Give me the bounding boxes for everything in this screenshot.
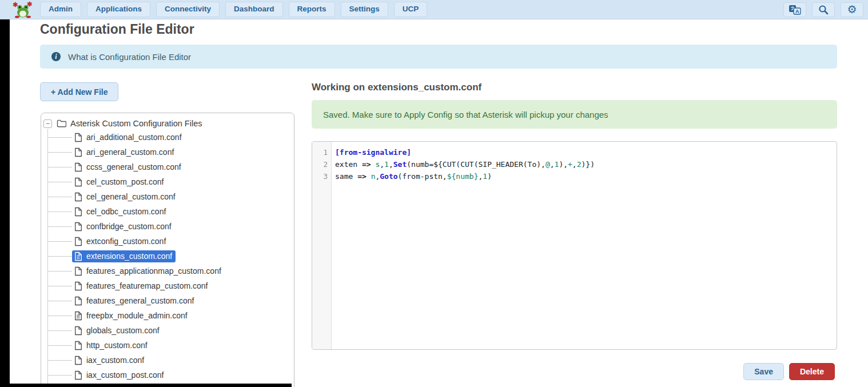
file-icon (74, 341, 82, 350)
tree-file-ccss_general_custom.conf[interactable]: ccss_general_custom.conf (72, 161, 185, 173)
code-token: (numb=${CUT(CUT(SIP_HEADER(To), (407, 160, 546, 169)
tree-item: cel_general_custom.conf (41, 189, 294, 204)
tree-item: iax_custom.conf (41, 353, 294, 368)
file-name: cel_odbc_custom.conf (86, 207, 166, 216)
file-name: extconfig_custom.conf (86, 237, 166, 246)
code-token: same (335, 172, 357, 181)
code-token: , (550, 160, 555, 169)
saved-alert-text: Saved. Make sure to Apply Config so that… (323, 110, 608, 119)
tree-item: freepbx_module_admin.conf (41, 308, 294, 323)
file-icon (74, 177, 82, 187)
tree-file-confbridge_custom.conf[interactable]: confbridge_custom.conf (72, 221, 175, 233)
tree-item: features_applicationmap_custom.conf (41, 264, 294, 278)
file-name: confbridge_custom.conf (86, 222, 172, 231)
code-token: , (572, 160, 577, 169)
code-token: @ (546, 160, 550, 169)
tree-file-cel_odbc_custom.conf[interactable]: cel_odbc_custom.conf (72, 206, 169, 218)
freepbx-logo-icon[interactable]: ✱ ✱ (13, 1, 33, 18)
tree-branch-line (48, 286, 72, 286)
file-name: ccss_general_custom.conf (86, 162, 181, 171)
line-number-gutter: 123 (312, 142, 332, 349)
collapse-icon[interactable]: − (43, 119, 52, 128)
help-banner[interactable]: i What is Configuration File Editor (40, 45, 837, 69)
bottom-black-edge (0, 384, 292, 387)
code-token: 1 (384, 160, 389, 169)
tree-branch-line (48, 345, 72, 346)
tree-file-cel_general_custom.conf[interactable]: cel_general_custom.conf (72, 191, 179, 203)
file-icon (74, 147, 82, 157)
file-tree-panel: − Asterisk Custom Configuration Files ar… (41, 113, 294, 387)
tree-item: globals_custom.conf (41, 323, 294, 338)
language-icon: A (789, 5, 801, 15)
save-button[interactable]: Save (743, 363, 784, 380)
tree-file-cel_custom_post.conf[interactable]: cel_custom_post.conf (72, 176, 167, 188)
tree-file-extensions_custom.conf[interactable]: extensions_custom.conf (72, 250, 176, 262)
delete-button[interactable]: Delete (789, 363, 835, 380)
file-icon (74, 252, 82, 261)
nav-item-dashboard[interactable]: Dashboard (225, 2, 283, 17)
file-name: ari_additional_custom.conf (86, 133, 182, 142)
tree-item: cel_odbc_custom.conf (41, 204, 294, 219)
saved-alert: Saved. Make sure to Apply Config so that… (312, 100, 837, 129)
file-icon (74, 162, 82, 172)
code-text-area[interactable]: [from-signalwire]exten => s,1,Set(numb=$… (332, 142, 837, 349)
file-name: iax_custom.conf (86, 356, 144, 365)
code-editor: 123 [from-signalwire]exten => s,1,Set(nu… (312, 141, 837, 350)
line-number: 1 (312, 146, 328, 158)
file-name: extensions_custom.conf (86, 252, 172, 261)
nav-item-ucp[interactable]: UCP (394, 2, 428, 17)
svg-text:✱: ✱ (13, 1, 18, 8)
tree-item: extensions_custom.conf (41, 249, 294, 264)
file-icon (74, 207, 82, 217)
tree-branch-line (48, 197, 72, 197)
search-button[interactable] (812, 2, 835, 17)
code-line: same => n,Goto(from-pstn,${numb},1) (335, 170, 837, 182)
file-icon (74, 370, 82, 380)
file-name: http_custom.conf (86, 341, 148, 350)
code-token: + (568, 160, 572, 169)
search-icon (818, 5, 829, 15)
file-name: freepbx_module_admin.conf (86, 311, 188, 320)
tree-file-features_featuremap_custom.conf[interactable]: features_featuremap_custom.conf (72, 280, 211, 292)
tree-file-features_applicationmap_custom.conf[interactable]: features_applicationmap_custom.conf (72, 265, 225, 277)
tree-file-extconfig_custom.conf[interactable]: extconfig_custom.conf (72, 236, 169, 248)
tree-file-ari_general_custom.conf[interactable]: ari_general_custom.conf (72, 146, 177, 158)
nav-item-applications[interactable]: Applications (87, 2, 150, 17)
language-button[interactable]: A (783, 2, 806, 17)
nav-item-admin[interactable]: Admin (40, 2, 81, 17)
nav-tools: A ⚙ (783, 2, 863, 17)
tree-branch-line (48, 316, 72, 316)
top-navbar: ✱ ✱ AdminApplicationsConnectivityDashboa… (0, 0, 868, 19)
tree-item: ari_general_custom.conf (41, 145, 294, 159)
svg-text:A: A (795, 9, 799, 14)
tree-file-iax_custom_post.conf[interactable]: iax_custom_post.conf (72, 369, 167, 381)
tree-file-ari_additional_custom.conf[interactable]: ari_additional_custom.conf (72, 131, 185, 143)
nav-item-settings[interactable]: Settings (341, 2, 388, 17)
left-black-edge (0, 19, 10, 387)
code-line: exten => s,1,Set(numb=${CUT(CUT(SIP_HEAD… (335, 158, 837, 170)
file-icon (74, 192, 82, 202)
tree-file-iax_custom.conf[interactable]: iax_custom.conf (72, 354, 148, 366)
tree-item: iax_custom_post.conf (41, 368, 294, 382)
code-token: => (357, 172, 371, 181)
add-new-file-button[interactable]: + Add New File (40, 82, 118, 101)
code-token: )}) (582, 160, 595, 169)
tree-file-globals_custom.conf[interactable]: globals_custom.conf (72, 325, 163, 337)
code-token: (from-pstn, (398, 172, 447, 181)
nav-item-connectivity[interactable]: Connectivity (156, 2, 220, 17)
nav-item-reports[interactable]: Reports (289, 2, 335, 17)
code-line: [from-signalwire] (335, 146, 837, 158)
tree-branch-line (48, 212, 72, 212)
file-name: features_applicationmap_custom.conf (86, 266, 221, 276)
settings-button[interactable]: ⚙ (841, 2, 863, 17)
tree-file-features_general_custom.conf[interactable]: features_general_custom.conf (72, 295, 197, 307)
tree-file-http_custom.conf[interactable]: http_custom.conf (72, 340, 151, 352)
tree-file-freepbx_module_admin.conf[interactable]: freepbx_module_admin.conf (72, 310, 191, 322)
file-icon (74, 222, 82, 232)
code-token: , (380, 160, 384, 169)
tree-branch-line (48, 256, 72, 257)
tree-root-node[interactable]: − Asterisk Custom Configuration Files (41, 117, 294, 130)
editor-actions: Save Delete (743, 363, 835, 380)
tree-root-label: Asterisk Custom Configuration Files (70, 119, 202, 128)
tree-branch-line (48, 360, 72, 361)
